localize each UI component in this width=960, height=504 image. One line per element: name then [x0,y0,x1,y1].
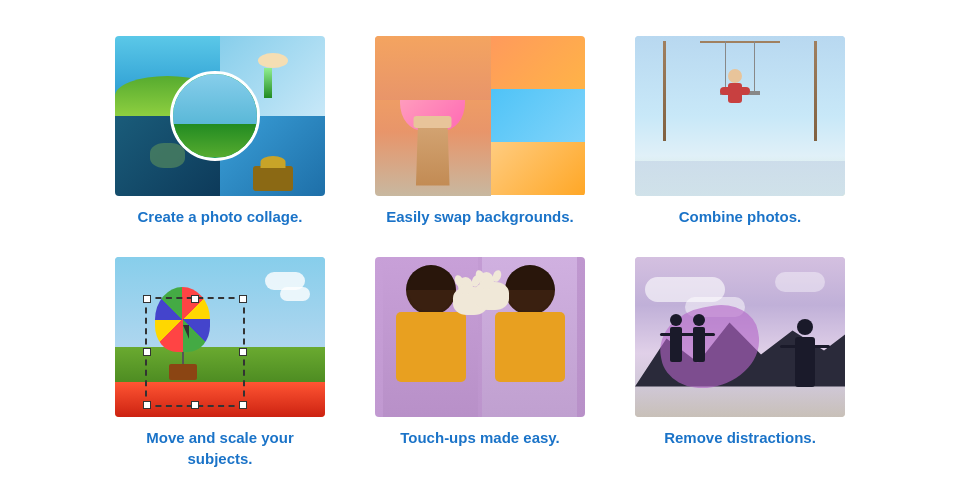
card-scale[interactable]: Move and scale your subjects. [115,257,325,469]
combine-image [635,36,845,196]
card-swap[interactable]: Easily swap backgrounds. [375,36,585,227]
touchup-label: Touch-ups made easy. [400,427,560,448]
remove-image [635,257,845,417]
combine-label: Combine photos. [679,206,802,227]
collage-image [115,36,325,196]
feature-grid: Create a photo collage. [75,16,885,489]
touchup-image [375,257,585,417]
card-combine[interactable]: Combine photos. [635,36,845,227]
scale-image [115,257,325,417]
card-remove[interactable]: Remove distractions. [635,257,845,469]
remove-label: Remove distractions. [664,427,816,448]
card-touchup[interactable]: Touch-ups made easy. [375,257,585,469]
swap-image [375,36,585,196]
collage-label: Create a photo collage. [137,206,302,227]
scale-label: Move and scale your subjects. [115,427,325,469]
card-collage[interactable]: Create a photo collage. [115,36,325,227]
swap-label: Easily swap backgrounds. [386,206,574,227]
